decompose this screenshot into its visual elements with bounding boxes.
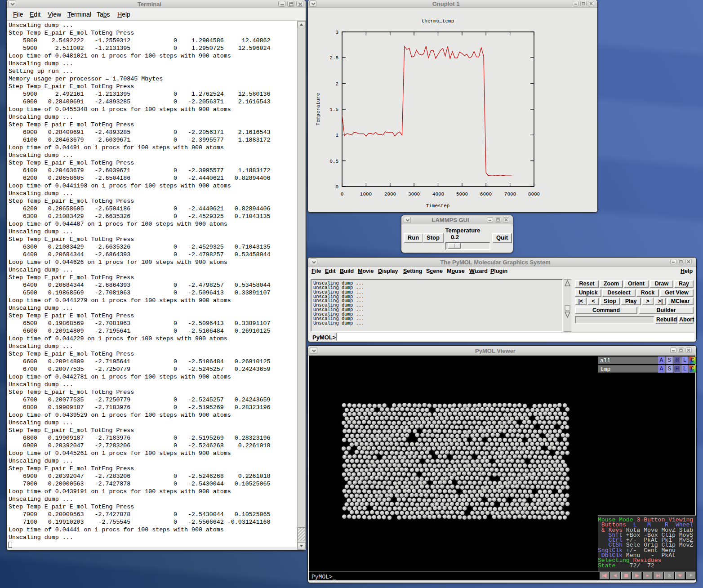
svg-text:3: 3 [335,30,338,35]
svg-text:0: 0 [335,184,338,190]
svg-text:3000: 3000 [408,192,420,197]
svg-text:7000: 7000 [504,192,516,197]
svg-text:5000: 5000 [456,192,468,197]
svg-text:1000: 1000 [360,192,372,197]
svg-text:1: 1 [335,133,338,138]
svg-text:0.5: 0.5 [329,159,338,164]
svg-text:2.5: 2.5 [329,55,338,61]
svg-text:1.5: 1.5 [329,107,338,112]
svg-text:6000: 6000 [480,192,492,197]
svg-text:Temperature: Temperature [316,93,321,126]
svg-text:2000: 2000 [384,192,396,197]
svg-text:2: 2 [335,81,338,87]
svg-text:0: 0 [341,192,344,197]
svg-text:thermo_temp: thermo_temp [422,18,454,24]
svg-text:4000: 4000 [432,192,444,197]
svg-text:Timestep: Timestep [426,203,450,209]
svg-text:8000: 8000 [528,192,540,197]
svg-text:F: F [690,573,692,579]
svg-text:S: S [668,573,671,579]
